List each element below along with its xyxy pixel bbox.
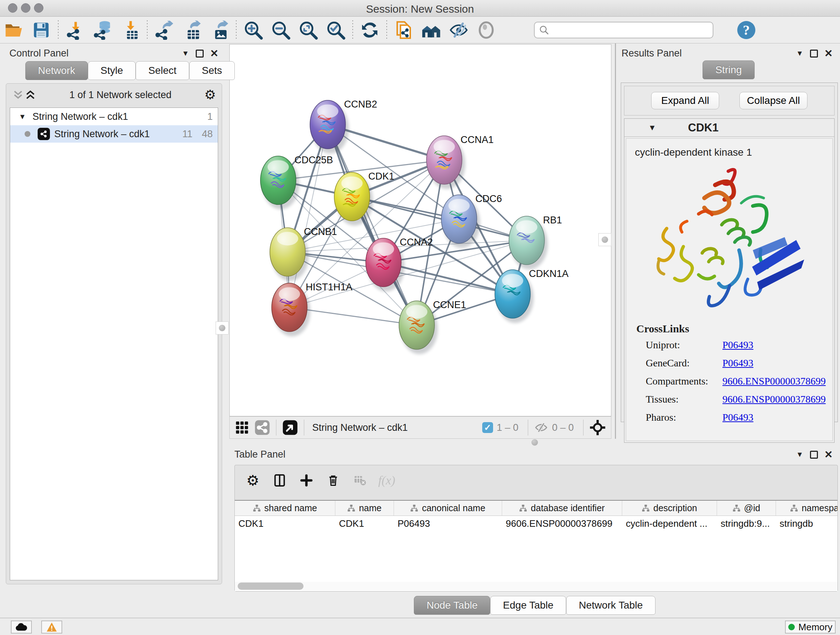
panel-close-icon[interactable]: ✕ [824,49,833,59]
panel-float-icon[interactable] [810,451,818,459]
save-session-button[interactable] [27,19,55,42]
right-splitter-handle[interactable] [598,233,611,246]
add-column-icon[interactable] [298,472,314,488]
scrollbar-thumb[interactable] [238,583,303,590]
table-cell[interactable]: P06493 [394,516,502,532]
tab-string[interactable]: String [703,60,754,79]
network-node-cdc25b[interactable]: CDC25B [261,155,333,209]
birdseye-view-icon[interactable] [282,420,298,435]
panel-float-icon[interactable] [810,50,818,57]
node-label: CDC25B [294,155,333,165]
search-input[interactable] [534,22,714,38]
network-row[interactable]: String Network – cdk1 11 48 [10,125,218,143]
tab-style[interactable]: Style [88,61,136,80]
show-columns-icon[interactable] [272,472,287,488]
gene-expander-icon[interactable]: ▼ [648,123,656,133]
zoom-fit-button[interactable] [294,19,322,42]
memory-button[interactable]: Memory [785,621,836,633]
network-node-ccna2[interactable]: CCNA2 [366,237,433,291]
network-node-ccnb2[interactable]: CCNB2 [310,99,377,154]
crosslink-value-link[interactable]: P06493 [722,412,753,423]
import-network-from-file-button[interactable] [62,19,89,42]
table-cell[interactable]: cyclin-dependent ... [622,516,717,532]
selected-nodes-checkbox[interactable]: ✓ [482,422,493,433]
warnings-button[interactable] [41,621,62,633]
column-header--id[interactable]: @id [717,501,776,516]
collapse-all-button[interactable]: Collapse All [739,92,807,109]
zoom-selected-button[interactable] [322,19,349,42]
node-table: shared namenamecanonical namedatabase id… [235,500,837,591]
column-header-description[interactable]: description [622,501,717,516]
expand-all-icon[interactable] [24,89,36,100]
network-options-gear-icon[interactable]: ⚙ [204,88,216,101]
column-header-namespace[interactable]: namespace [776,501,837,516]
network-node-rb1[interactable]: RB1 [509,215,562,269]
network-node-ccne1[interactable]: CCNE1 [399,299,466,354]
tab-sets[interactable]: Sets [189,61,235,80]
panel-menu-icon[interactable]: ▼ [796,450,804,459]
tab-select[interactable]: Select [136,61,189,80]
table-horizontal-scrollbar[interactable] [235,582,837,591]
table-row[interactable]: CDK1CDK1P064939606.ENSP00000378699cyclin… [235,516,837,532]
table-cell[interactable]: CDK1 [235,516,335,532]
delete-column-trash-icon[interactable] [325,472,341,488]
tab-node-table[interactable]: Node Table [414,596,490,615]
export-table-button[interactable] [178,19,205,42]
apply-preferred-layout-button[interactable] [356,19,384,42]
crosslink-value-link[interactable]: 9606.ENSP00000378699 [722,375,826,387]
crosslink-value-link[interactable]: 9606.ENSP00000378699 [722,394,826,405]
network-canvas[interactable]: CCNB2CCNA1CDC25BCDK1CDC6RB1CCNB1CCNA2CDK… [229,44,611,416]
network-node-ccna1[interactable]: CCNA1 [426,134,494,189]
network-node-cdc6[interactable]: CDC6 [441,193,502,248]
network-edge[interactable] [328,125,417,325]
export-network-button[interactable] [150,19,178,42]
import-string-network-button[interactable] [390,19,417,42]
tab-edge-table[interactable]: Edge Table [490,596,566,615]
panel-close-icon[interactable]: ✕ [210,49,218,59]
show-hide-results-button[interactable] [445,19,472,42]
network-collection-row[interactable]: ▼ String Network – cdk1 1 [10,108,218,125]
expand-all-button[interactable]: Expand All [651,92,719,109]
column-header-database-identifier[interactable]: database identifier [502,501,622,516]
table-cell[interactable]: CDK1 [335,516,394,532]
gene-symbol: CDK1 [688,121,718,134]
collection-expander-icon[interactable]: ▼ [19,112,26,121]
export-image-button[interactable] [205,19,233,42]
panel-menu-icon[interactable]: ▼ [182,49,189,57]
column-header-shared-name[interactable]: shared name [235,501,335,516]
table-cell[interactable]: stringdb [776,516,837,532]
panel-float-icon[interactable] [196,50,204,57]
tab-network-table[interactable]: Network Table [566,596,655,615]
network-node-hist1h1a[interactable]: HIST1H1A [272,282,352,336]
network-node-cdkn1a[interactable]: CDKN1A [495,268,569,323]
column-header-name[interactable]: name [335,501,394,516]
inspector-lens-button[interactable] [472,19,500,42]
network-node-ccnb1[interactable]: CCNB1 [270,226,337,281]
zoom-out-button[interactable] [267,19,294,42]
column-type-icon [519,504,527,512]
help-button[interactable]: ? [737,21,755,39]
crosslink-value-link[interactable]: P06493 [722,357,753,369]
hidden-eye-icon [534,420,548,435]
panel-close-icon[interactable]: ✕ [824,450,833,460]
table-cell[interactable]: 9606.ENSP00000378699 [502,516,622,532]
left-splitter-handle[interactable] [216,321,229,334]
import-table-from-file-button[interactable] [117,19,144,42]
node-label: CDKN1A [529,268,569,279]
table-cell[interactable]: stringdb:9... [717,516,776,532]
table-settings-gear-icon[interactable]: ⚙ [245,472,261,488]
horizontal-splitter-handle[interactable] [528,440,541,445]
panel-menu-icon[interactable]: ▼ [796,49,804,57]
column-header-canonical-name[interactable]: canonical name [394,501,502,516]
zoom-in-button[interactable] [240,19,267,42]
pan-crosshair-icon[interactable] [589,419,606,436]
import-network-from-database-button[interactable] [89,19,117,42]
crosslink-value-link[interactable]: P06493 [722,339,753,351]
cloud-button[interactable] [11,621,32,633]
tab-network[interactable]: Network [25,61,88,80]
open-session-button[interactable] [0,19,27,42]
network-share-view-icon[interactable] [254,420,270,435]
grid-view-icon[interactable] [235,420,249,435]
collapse-all-icon[interactable] [12,89,24,100]
string-home-button[interactable] [417,19,445,42]
